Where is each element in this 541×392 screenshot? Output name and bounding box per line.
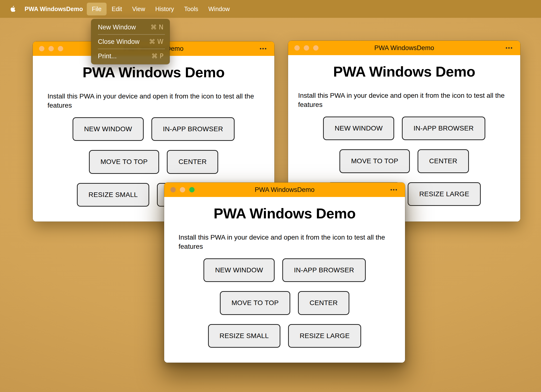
new-window-button[interactable]: NEW WINDOW xyxy=(73,117,144,141)
menu-bar-item-tools[interactable]: Tools xyxy=(179,3,203,15)
menu-separator xyxy=(98,49,165,49)
menu-item-shortcut: ⌘ N xyxy=(150,24,163,31)
move-to-top-button[interactable]: MOVE TO TOP xyxy=(339,149,410,173)
new-window-button[interactable]: NEW WINDOW xyxy=(203,258,275,282)
apple-menu-icon[interactable] xyxy=(10,5,16,13)
move-to-top-button[interactable]: MOVE TO TOP xyxy=(89,150,159,174)
menu-bar: PWA WindowsDemo File Edit View History T… xyxy=(0,0,541,18)
window-titlebar[interactable]: PWA WindowsDemo ••• xyxy=(288,41,520,55)
in-app-browser-button[interactable]: IN-APP BROWSER xyxy=(402,117,485,140)
menu-item-shortcut: ⌘ W xyxy=(149,38,163,45)
in-app-browser-button[interactable]: IN-APP BROWSER xyxy=(282,258,366,282)
menu-bar-item-history[interactable]: History xyxy=(150,3,179,15)
menu-bar-item-file[interactable]: File xyxy=(87,3,107,15)
window-title: PWA WindowsDemo xyxy=(164,186,405,194)
menu-item-shortcut: ⌘ P xyxy=(151,52,163,60)
menu-item-label: New Window xyxy=(98,24,136,31)
move-to-top-button[interactable]: MOVE TO TOP xyxy=(220,291,290,315)
window-overflow-menu-icon[interactable]: ••• xyxy=(260,46,267,52)
page-description: Install this PWA in your device and open… xyxy=(179,233,391,251)
file-menu-dropdown: New Window ⌘ N Close Window ⌘ W Print...… xyxy=(91,19,170,64)
window-titlebar[interactable]: PWA WindowsDemo ••• xyxy=(164,183,405,197)
page-title: PWA Windows Demo xyxy=(33,64,274,81)
file-menu-item-close-window[interactable]: Close Window ⌘ W xyxy=(91,35,170,48)
window-front: PWA WindowsDemo ••• PWA Windows Demo Ins… xyxy=(164,183,405,363)
window-title: PWA WindowsDemo xyxy=(288,44,520,52)
resize-large-button[interactable]: RESIZE LARGE xyxy=(408,182,481,206)
center-button[interactable]: CENTER xyxy=(418,149,469,173)
resize-small-button[interactable]: RESIZE SMALL xyxy=(208,324,280,348)
menu-bar-item-edit[interactable]: Edit xyxy=(107,3,127,15)
new-window-button[interactable]: NEW WINDOW xyxy=(323,117,394,140)
in-app-browser-button[interactable]: IN-APP BROWSER xyxy=(151,117,235,141)
page-title: PWA Windows Demo xyxy=(164,205,405,222)
menu-item-label: Close Window xyxy=(98,38,140,46)
page-description: Install this PWA in your device and open… xyxy=(298,91,510,109)
page-description: Install this PWA in your device and open… xyxy=(47,92,260,110)
button-grid: NEW WINDOW IN-APP BROWSER MOVE TO TOP CE… xyxy=(164,258,405,348)
menu-bar-item-window[interactable]: Window xyxy=(203,3,235,15)
menu-item-label: Print... xyxy=(98,52,117,60)
center-button[interactable]: CENTER xyxy=(167,150,218,174)
page-title: PWA Windows Demo xyxy=(288,63,520,80)
window-content: PWA Windows Demo Install this PWA in you… xyxy=(164,197,405,363)
file-menu-item-new-window[interactable]: New Window ⌘ N xyxy=(91,21,170,34)
menu-bar-item-view[interactable]: View xyxy=(127,3,150,15)
menu-bar-app-name[interactable]: PWA WindowsDemo xyxy=(25,6,83,13)
center-button[interactable]: CENTER xyxy=(298,291,349,315)
resize-small-button[interactable]: RESIZE SMALL xyxy=(77,183,149,207)
window-overflow-menu-icon[interactable]: ••• xyxy=(390,187,398,193)
file-menu-item-print[interactable]: Print... ⌘ P xyxy=(91,50,170,63)
resize-large-button[interactable]: RESIZE LARGE xyxy=(288,324,361,348)
menu-separator xyxy=(98,34,165,35)
window-overflow-menu-icon[interactable]: ••• xyxy=(506,45,513,51)
